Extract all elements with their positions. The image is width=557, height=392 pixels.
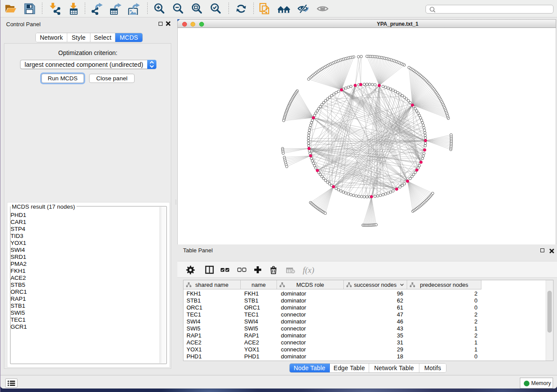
svg-text:f(x): f(x) bbox=[303, 265, 314, 275]
